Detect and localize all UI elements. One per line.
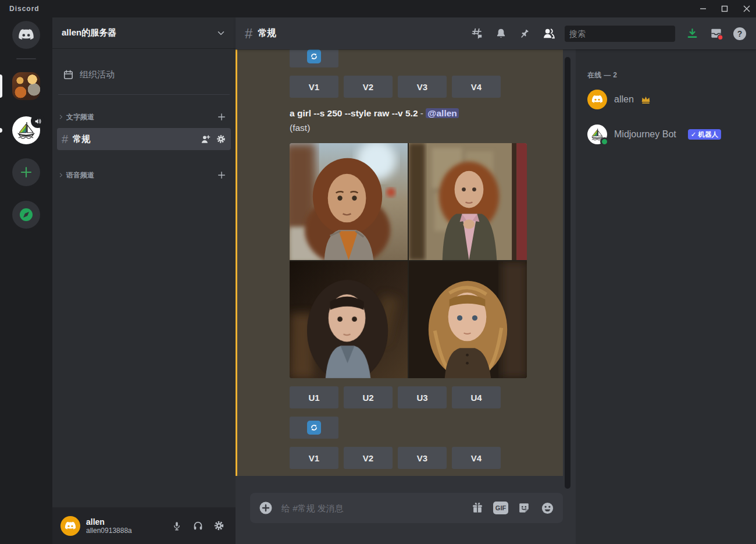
deafen-button[interactable] bbox=[190, 518, 205, 534]
message-input[interactable] bbox=[281, 503, 462, 513]
settings-button[interactable] bbox=[211, 518, 226, 534]
button-label: V3 bbox=[417, 82, 427, 92]
pin-icon bbox=[519, 28, 530, 40]
sticker-button[interactable] bbox=[516, 500, 532, 515]
button-label: U4 bbox=[470, 393, 482, 403]
search-input[interactable] bbox=[569, 29, 675, 38]
button-label: V1 bbox=[309, 453, 319, 463]
user-avatar[interactable] bbox=[60, 516, 80, 536]
variation-button-v4[interactable]: V4 bbox=[452, 76, 501, 98]
gift-button[interactable] bbox=[470, 500, 485, 515]
pinned-messages-button[interactable] bbox=[518, 27, 532, 41]
search-box[interactable] bbox=[565, 26, 675, 42]
server-avatar-allen[interactable] bbox=[12, 72, 40, 100]
hash-icon: # bbox=[245, 26, 252, 42]
member-name: allen bbox=[614, 94, 634, 105]
voice-active-badge bbox=[31, 114, 45, 128]
button-label: V3 bbox=[417, 453, 427, 463]
user-identity[interactable]: allen allen0913888a bbox=[86, 517, 163, 535]
emoji-picker-button[interactable] bbox=[540, 500, 555, 515]
minimize-button[interactable] bbox=[694, 1, 712, 17]
category-text-channels[interactable]: 文字频道 bbox=[56, 109, 232, 125]
rail-divider bbox=[16, 58, 36, 59]
attach-button[interactable] bbox=[258, 500, 273, 515]
member-avatar bbox=[587, 90, 607, 109]
member-row-allen[interactable]: allen bbox=[583, 87, 749, 112]
channel-settings-gear-icon[interactable] bbox=[216, 134, 226, 144]
user-tag: allen0913888a bbox=[86, 527, 163, 535]
generated-image-4[interactable] bbox=[409, 261, 527, 378]
home-button[interactable] bbox=[12, 21, 40, 49]
upscale-button-u4[interactable]: U4 bbox=[452, 386, 501, 408]
mute-button[interactable] bbox=[169, 518, 184, 534]
members-icon bbox=[542, 27, 555, 40]
bell-icon bbox=[495, 27, 507, 40]
user-mention[interactable]: @allen bbox=[426, 108, 458, 118]
create-channel-icon[interactable] bbox=[217, 170, 226, 180]
variation-button-v2[interactable]: V2 bbox=[344, 76, 393, 98]
unread-server-pill bbox=[0, 128, 2, 133]
discord-logo-icon bbox=[18, 29, 34, 41]
variation-button-v4[interactable]: V4 bbox=[452, 447, 501, 469]
calendar-icon bbox=[63, 69, 74, 80]
gif-picker-button[interactable]: GIF bbox=[493, 500, 508, 515]
upscale-button-u3[interactable]: U3 bbox=[398, 386, 447, 408]
selected-server-pill bbox=[0, 74, 2, 98]
events-item[interactable]: 组织活动 bbox=[57, 64, 231, 85]
upscale-button-u2[interactable]: U2 bbox=[344, 386, 393, 408]
button-label: V1 bbox=[309, 82, 319, 92]
variation-button-v3[interactable]: V3 bbox=[398, 76, 447, 98]
member-avatar bbox=[587, 125, 607, 144]
button-label: V2 bbox=[363, 82, 373, 92]
variation-button-v3[interactable]: V3 bbox=[398, 447, 447, 469]
maximize-button[interactable] bbox=[716, 1, 733, 17]
member-list: 在线 — 2 allen bbox=[576, 49, 756, 544]
upscale-button-u1[interactable]: U1 bbox=[290, 386, 338, 408]
channel-sidebar: allen的服务器 组织活动 文字频道 # 常规 bbox=[52, 17, 236, 544]
close-button[interactable] bbox=[738, 1, 755, 17]
explore-servers-button[interactable] bbox=[12, 201, 40, 229]
inbox-icon bbox=[709, 27, 723, 40]
inbox-button[interactable] bbox=[709, 27, 723, 41]
server-header[interactable]: allen的服务器 bbox=[52, 17, 236, 49]
reroll-button[interactable] bbox=[290, 417, 338, 439]
channel-name: 常规 bbox=[73, 134, 195, 145]
generated-image-2[interactable] bbox=[409, 143, 527, 260]
maximize-icon bbox=[721, 5, 728, 12]
variation-button-v1[interactable]: V1 bbox=[290, 447, 338, 469]
midjourney-image-grid[interactable] bbox=[290, 143, 527, 378]
chevron-down-icon bbox=[216, 28, 226, 38]
question-glyph: ? bbox=[737, 29, 743, 38]
generated-image-3[interactable] bbox=[290, 261, 408, 378]
category-voice-channels[interactable]: 语音频道 bbox=[56, 168, 232, 183]
chevron-right-icon bbox=[58, 114, 64, 120]
server-owner-crown-icon bbox=[641, 95, 651, 104]
prompt-separator: - bbox=[420, 108, 423, 118]
gift-icon bbox=[471, 502, 484, 514]
microphone-icon bbox=[172, 521, 182, 531]
reroll-button-top[interactable] bbox=[290, 49, 338, 67]
member-name: Midjourney Bot bbox=[614, 129, 676, 140]
add-server-button[interactable] bbox=[12, 158, 40, 186]
create-channel-icon[interactable] bbox=[217, 112, 226, 122]
threads-button[interactable] bbox=[470, 27, 484, 41]
variation-button-v1[interactable]: V1 bbox=[290, 76, 338, 98]
update-download-button[interactable] bbox=[685, 27, 699, 41]
plus-icon bbox=[20, 166, 33, 179]
member-row-midjourney-bot[interactable]: Midjourney Bot ✓ 机器人 bbox=[583, 122, 749, 147]
title-bar: Discord bbox=[0, 0, 756, 17]
member-list-toggle[interactable] bbox=[541, 27, 555, 41]
button-label: U3 bbox=[416, 393, 427, 403]
message-input-bar[interactable]: GIF bbox=[250, 493, 563, 523]
variation-button-v2[interactable]: V2 bbox=[344, 447, 393, 469]
minimize-icon bbox=[700, 5, 707, 12]
channel-item-changgui[interactable]: # 常规 bbox=[57, 128, 231, 150]
user-panel: allen allen0913888a bbox=[52, 507, 236, 544]
chat-scrollbar-thumb[interactable] bbox=[565, 57, 570, 489]
button-label: V4 bbox=[471, 453, 482, 463]
generated-image-1[interactable] bbox=[290, 143, 408, 260]
hash-icon: # bbox=[62, 133, 68, 146]
invite-people-icon[interactable] bbox=[200, 134, 211, 145]
help-button[interactable]: ? bbox=[733, 27, 747, 41]
notifications-button[interactable] bbox=[494, 27, 508, 41]
